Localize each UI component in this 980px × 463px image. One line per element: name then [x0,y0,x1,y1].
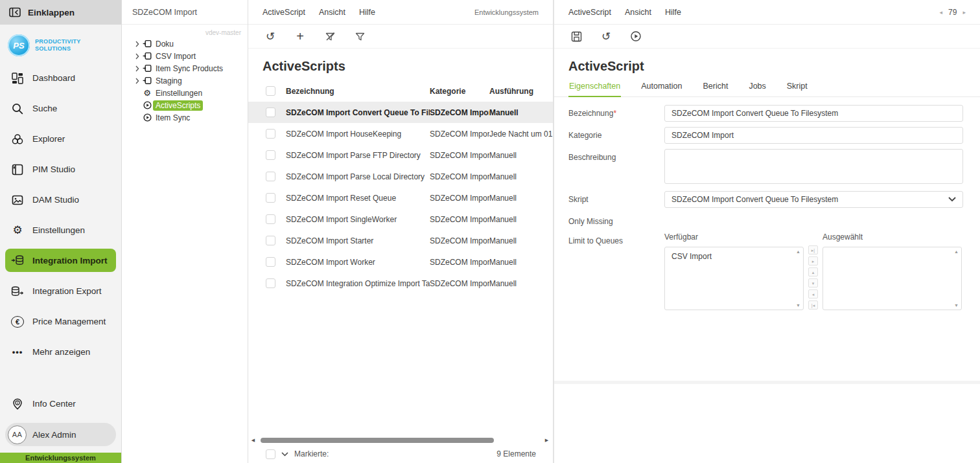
tree-item-activescripts[interactable]: ActiveScripts [122,99,248,111]
marked-label[interactable]: Markierte: [294,449,329,458]
chevron-right-icon[interactable] [133,65,141,72]
field-label: Beschreibung [568,149,664,186]
chevron-right-icon[interactable] [133,78,141,84]
list-footer: Markierte: 9 Elemente [248,445,552,463]
row-checkbox[interactable] [266,278,275,288]
row-checkbox[interactable] [266,150,275,160]
menu-ansicht[interactable]: Ansicht [319,8,345,17]
table-row[interactable]: SDZeCOM Import Reset Queue SDZeCOM Impor… [248,187,553,209]
pager-next-icon[interactable]: ▸ [962,9,966,16]
tab-jobs[interactable]: Jobs [748,80,766,97]
filter-clear-button[interactable] [323,30,336,43]
footer-checkbox[interactable] [266,449,275,459]
chevron-down-icon [948,197,956,202]
tree-item-item-sync[interactable]: Item Sync [122,111,248,124]
sidebar: Einklappen PS PRODUCTIVITY SOLUTIONS Das… [0,0,122,463]
scrollbar-track[interactable] [257,438,543,443]
table-row[interactable]: SDZeCOM Import Parse FTP Directory SDZeC… [248,144,553,166]
tree-item-doku[interactable]: Doku [122,38,248,50]
user-menu[interactable]: AA Alex Admin [5,423,116,446]
table-row[interactable]: SDZeCOM Import Starter SDZeCOM Import Ma… [248,230,553,251]
scroll-right-arrow[interactable]: ▶ [543,438,550,443]
move-down-button[interactable]: ▾ [808,278,818,288]
bezeichnung-field[interactable] [664,105,963,122]
branch-label: vdev-master [205,29,241,36]
chevron-right-icon[interactable] [133,41,141,47]
row-checkbox[interactable] [266,236,275,245]
sidebar-item-dam-studio[interactable]: DAM Studio [0,185,121,215]
sidebar-item-einstellungen[interactable]: ⚙ Einstellungen [0,215,121,245]
move-all-left-button[interactable]: |◂ [808,300,818,310]
sidebar-item-suche[interactable]: Suche [0,93,121,124]
selected-listbox[interactable]: ▲ ▼ [822,247,962,310]
sidebar-item-pim-studio[interactable]: PIM Studio [0,154,121,185]
row-checkbox[interactable] [266,172,275,181]
refresh-button[interactable]: ↺ [600,30,612,43]
skript-select[interactable]: SDZeCOM Import Convert Queue To Filesyst… [664,191,963,208]
list-item[interactable]: CSV Import [665,247,803,261]
col-kategorie[interactable]: Kategorie [430,87,489,96]
row-checkbox[interactable] [266,107,275,117]
filter-button[interactable] [353,30,366,43]
kategorie-field[interactable] [664,127,963,144]
tab-eigenschaften[interactable]: Eigenschaften [568,80,621,97]
tab-automation[interactable]: Automation [640,80,682,97]
col-bezeichnung[interactable]: Bezeichnung [286,87,430,96]
move-right-button[interactable]: ▸ [808,256,818,265]
run-button[interactable] [629,30,642,43]
table-row[interactable]: SDZeCOM Integration Optimize Import Tabl… [248,273,553,294]
sidebar-item-explorer[interactable]: Explorer [0,124,121,154]
save-button[interactable] [570,30,583,43]
table-row[interactable]: SDZeCOM Import Parse Local Directory SDZ… [248,166,553,187]
table-row[interactable]: SDZeCOM Import HouseKeeping SDZeCOM Impo… [248,123,553,144]
sidebar-item-integration-import[interactable]: Integration Import [5,249,116,272]
tree-item-staging[interactable]: Staging [122,74,248,87]
scrollbar-thumb[interactable] [261,438,494,443]
scroll-up-icon[interactable]: ▲ [796,249,800,254]
collapse-sidebar-button[interactable]: Einklappen [0,0,121,25]
menu-activescript[interactable]: ActiveScript [568,8,611,17]
sidebar-item-dashboard[interactable]: Dashboard [0,63,121,93]
menu-hilfe[interactable]: Hilfe [359,8,375,17]
row-checkbox[interactable] [266,257,275,267]
cell-ausfuehrung: Manuell [489,172,553,181]
row-checkbox[interactable] [266,193,275,203]
tree-item-einstellungen[interactable]: ⚙ Einstellungen [122,87,248,99]
move-all-right-button[interactable]: ▸| [808,245,818,254]
table-row[interactable]: SDZeCOM Import SingleWorker SDZeCOM Impo… [248,209,553,230]
row-checkbox[interactable] [266,214,275,224]
sidebar-item-mehr-anzeigen[interactable]: ••• Mehr anzeigen [0,337,121,367]
col-ausfuehrung[interactable]: Ausführung [489,87,553,96]
move-left-button[interactable]: ◂ [808,289,818,299]
horizontal-scrollbar[interactable]: ◀ ▶ [248,436,552,445]
table-row[interactable]: SDZeCOM Import Convert Queue To Filesyst… [248,102,553,123]
tab-bericht[interactable]: Bericht [702,80,729,97]
sidebar-item-price-management[interactable]: € Price Management [0,306,121,337]
sidebar-item-integration-export[interactable]: Integration Export [0,276,121,306]
field-label: Skript [568,191,664,208]
pager-prev-icon[interactable]: ◂ [940,9,943,16]
move-up-button[interactable]: ▴ [808,267,818,277]
scroll-left-arrow[interactable]: ◀ [250,438,257,443]
refresh-button[interactable]: ↺ [264,30,277,43]
scroll-up-icon[interactable]: ▲ [954,249,959,254]
beschreibung-field[interactable] [664,149,963,184]
cell-kategorie: SDZeCOM Import [430,151,489,160]
tree-item-item-sync-products[interactable]: Item Sync Products [122,62,248,74]
cell-bezeichnung: SDZeCOM Import Convert Queue To Filesyst… [286,108,430,117]
scroll-down-icon[interactable]: ▼ [796,303,800,308]
scroll-down-icon[interactable]: ▼ [954,303,959,308]
sidebar-item-info-center[interactable]: Info Center [0,389,121,419]
menu-activescript[interactable]: ActiveScript [262,8,305,17]
row-checkbox[interactable] [266,129,275,139]
menu-ansicht[interactable]: Ansicht [625,8,651,17]
select-all-checkbox[interactable] [266,86,275,96]
menu-hilfe[interactable]: Hilfe [665,8,681,17]
add-button[interactable]: + [294,30,307,43]
tree-item-csv-import[interactable]: CSV Import [122,50,248,62]
chevron-down-icon[interactable] [281,452,288,457]
table-row[interactable]: SDZeCOM Import Worker SDZeCOM Import Man… [248,251,553,273]
chevron-right-icon[interactable] [133,53,141,60]
tab-skript[interactable]: Skript [786,80,808,97]
available-listbox[interactable]: CSV Import ▲ ▼ [664,247,804,310]
